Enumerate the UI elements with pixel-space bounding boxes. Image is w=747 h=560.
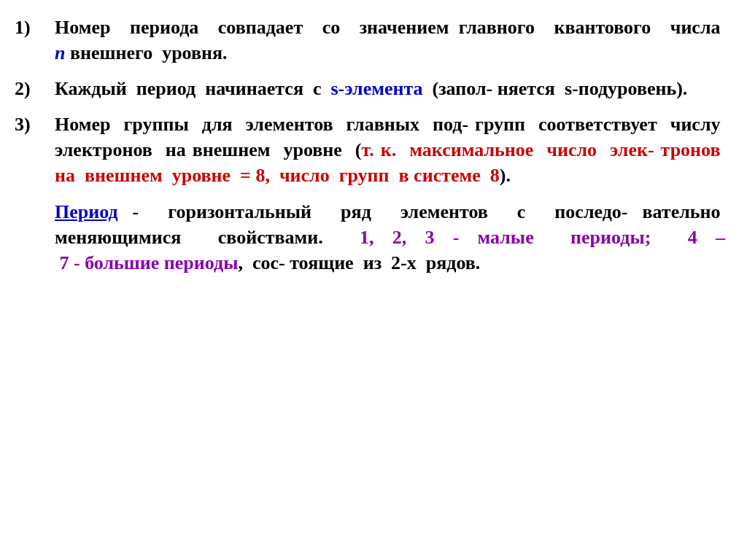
period-indent-spacer — [15, 199, 55, 276]
item-number-1: 1) — [15, 15, 55, 66]
item-number-2: 2) — [15, 76, 55, 101]
item-text-2: Каждый период начинается с s‑элемента (з… — [55, 76, 725, 101]
period-section: Период - горизонтальный ряд элементов с … — [15, 199, 725, 276]
main-content: 1) Номер периода совпадает со значением … — [15, 15, 725, 545]
item-text-1: Номер периода совпадает со значением гла… — [55, 15, 725, 66]
list-item-2: 2) Каждый период начинается с s‑элемента… — [15, 76, 725, 101]
item-number-3: 3) — [15, 112, 55, 188]
red-explanation: т. к. максимальное число элек- тронов на… — [55, 139, 725, 186]
list-item-1: 1) Номер периода совпадает со значением … — [15, 15, 725, 66]
quantum-number-n: n — [55, 42, 65, 63]
list-item-3: 3) Номер группы для элементов главных по… — [15, 112, 725, 188]
s-element-label: s‑элемента — [331, 78, 423, 99]
period-text: Период - горизонтальный ряд элементов с … — [55, 199, 725, 276]
period-word: Период — [55, 201, 118, 222]
period-numbers: 1, 2, 3 - малые периоды; 4 – 7 - большие… — [55, 227, 725, 273]
item-text-3: Номер группы для элементов главных под- … — [55, 112, 725, 188]
